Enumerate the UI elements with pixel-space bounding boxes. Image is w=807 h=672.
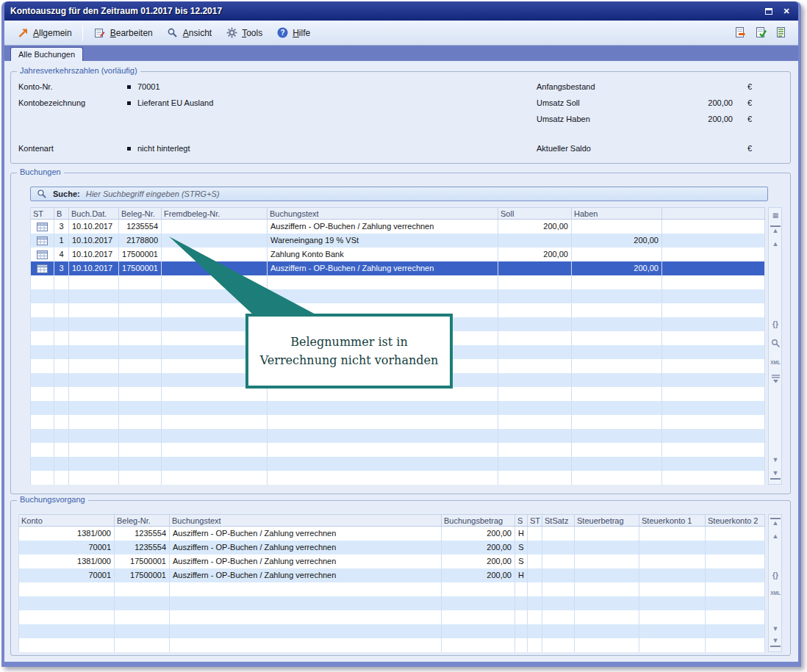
cell-soll: 200,00 — [498, 248, 572, 261]
scroll-up-icon[interactable]: ▲ — [770, 531, 781, 541]
scroll-bottom-icon[interactable]: ▼ — [770, 637, 781, 647]
empty-cell — [162, 457, 268, 471]
scroll-top-icon[interactable]: ▲ — [770, 225, 781, 236]
svg-text:?: ? — [280, 29, 284, 37]
cell-text: Wareneingang 19 % VSt — [268, 234, 498, 248]
empty-cell — [662, 415, 765, 429]
empty-cell — [542, 610, 575, 624]
empty-cell — [442, 582, 515, 596]
empty-cell — [528, 610, 542, 624]
empty-cell — [115, 596, 170, 610]
cell-st — [528, 541, 542, 554]
empty-cell — [69, 373, 119, 387]
empty-cell — [119, 429, 162, 443]
column-header[interactable] — [662, 207, 765, 220]
field-label: Umsatz Haben — [537, 115, 590, 123]
empty-cell — [528, 638, 542, 652]
table-row[interactable]: 7000117500001Ausziffern - OP-Buchen / Za… — [19, 568, 765, 582]
empty-cell — [31, 457, 54, 471]
empty-cell — [69, 275, 119, 289]
scroll-bottom-icon[interactable]: ▼ — [770, 469, 781, 480]
empty-cell — [572, 331, 662, 345]
menu-allgemein[interactable]: Allgemein — [10, 24, 78, 43]
currency-label: € — [747, 144, 752, 153]
empty-cell — [54, 429, 69, 443]
column-header[interactable]: Soll — [498, 207, 572, 220]
table-row[interactable]: 110.10.20172178800Wareneingang 19 % VSt2… — [31, 234, 765, 248]
column-header[interactable]: S — [515, 514, 528, 527]
column-header[interactable]: ST — [528, 514, 542, 527]
column-header[interactable]: Beleg-Nr. — [115, 514, 170, 527]
cell-beleg: 17500001 — [119, 248, 162, 261]
filter-icon[interactable] — [770, 374, 781, 384]
table-row[interactable]: 700011235554Ausziffern - OP-Buchen / Zah… — [19, 541, 765, 554]
empty-cell — [268, 289, 498, 303]
close-button[interactable]: ✕ — [781, 6, 792, 16]
table-row[interactable]: 310.10.20171235554Ausziffern - OP-Buchen… — [31, 220, 765, 234]
export-document-icon[interactable] — [734, 26, 747, 40]
column-header[interactable]: StSatz — [542, 514, 575, 527]
cell-text: Ausziffern - OP-Buchen / Zahlung verrech… — [268, 261, 498, 275]
column-header[interactable]: Steuerbetrag — [575, 514, 639, 527]
scroll-down-icon[interactable]: ▼ — [770, 455, 781, 465]
cell-text: Ausziffern - OP-Buchen / Zahlung verrech… — [170, 541, 442, 554]
column-header[interactable]: Buchungstext — [268, 207, 498, 220]
field-value: 70001 — [137, 82, 160, 91]
empty-cell — [119, 289, 162, 303]
column-header[interactable]: Buchungstext — [170, 514, 442, 527]
column-header[interactable]: ST — [31, 207, 54, 220]
titlebar: Kontoauszug für den Zeitraum 01.2017 bis… — [4, 1, 798, 21]
column-header[interactable]: Steuerkonto 2 — [706, 514, 765, 527]
empty-cell — [31, 289, 54, 303]
empty-cell — [119, 359, 162, 373]
braces-icon[interactable]: {} — [770, 571, 781, 581]
menu-hilfe[interactable]: ? Hilfe — [270, 24, 316, 43]
empty-cell — [119, 387, 162, 401]
empty-cell — [498, 373, 572, 387]
column-header[interactable]: Konto — [19, 514, 115, 527]
scroll-down-icon[interactable]: ▼ — [770, 624, 781, 634]
table-row[interactable]: 410.10.201717500001Zahlung Konto Bank200… — [31, 248, 765, 261]
scroll-up-icon[interactable]: ▲ — [770, 239, 781, 249]
scroll-top-icon[interactable]: ▲ — [770, 518, 781, 528]
document-list-icon[interactable] — [775, 26, 788, 40]
field-label: Kontenart — [18, 144, 54, 153]
empty-cell — [54, 331, 69, 345]
empty-cell — [572, 317, 662, 331]
zoom-icon[interactable] — [770, 339, 781, 349]
search-input[interactable]: Suche: Hier Suchbegriff eingeben (STRG+S… — [30, 187, 768, 201]
verified-document-icon[interactable] — [754, 26, 767, 40]
xml-icon[interactable]: XML — [770, 358, 781, 368]
arrow-up-right-icon — [16, 26, 29, 40]
column-header[interactable]: Beleg-Nr. — [119, 207, 162, 220]
table-row[interactable]: 1381/00017500001Ausziffern - OP-Buchen /… — [19, 554, 765, 568]
column-header[interactable]: Haben — [572, 207, 662, 220]
menu-bearbeiten[interactable]: Bearbeiten — [87, 24, 159, 43]
empty-cell — [572, 457, 662, 471]
table-row[interactable]: 1381/0001235554Ausziffern - OP-Buchen / … — [19, 527, 765, 541]
empty-cell — [572, 303, 662, 317]
column-header[interactable]: Buchungsbetrag — [442, 514, 515, 527]
empty-cell — [542, 582, 575, 596]
xml-icon[interactable]: XML — [770, 588, 781, 599]
column-header[interactable]: Steuerkonto 1 — [639, 514, 706, 527]
cell-st — [528, 527, 542, 541]
column-header[interactable]: Fremdbeleg-Nr. — [162, 207, 268, 220]
braces-icon[interactable]: {} — [770, 319, 781, 330]
column-chooser-icon[interactable]: ▦ — [770, 210, 781, 220]
empty-cell — [54, 359, 69, 373]
column-header[interactable]: B — [54, 207, 69, 220]
empty-cell — [268, 457, 498, 471]
summary-group-title: Jahresverkehrszahlen (vorläufig) — [17, 66, 140, 75]
maximize-button[interactable] — [763, 6, 775, 16]
bookings-group-title: Buchungen — [17, 167, 64, 176]
empty-cell — [19, 624, 115, 638]
cell-b: 3 — [54, 220, 69, 234]
column-header[interactable]: Buch.Dat. — [69, 207, 119, 220]
tab-alle-buchungen[interactable]: Alle Buchungen — [10, 47, 83, 61]
menu-tools[interactable]: Tools — [219, 24, 268, 43]
search-placeholder: Hier Suchbegriff eingeben (STRG+S) — [86, 189, 220, 198]
menu-ansicht[interactable]: Ansicht — [160, 24, 218, 43]
table-row[interactable]: 310.10.201717500001Ausziffern - OP-Buche… — [31, 261, 765, 275]
empty-cell — [268, 415, 498, 429]
